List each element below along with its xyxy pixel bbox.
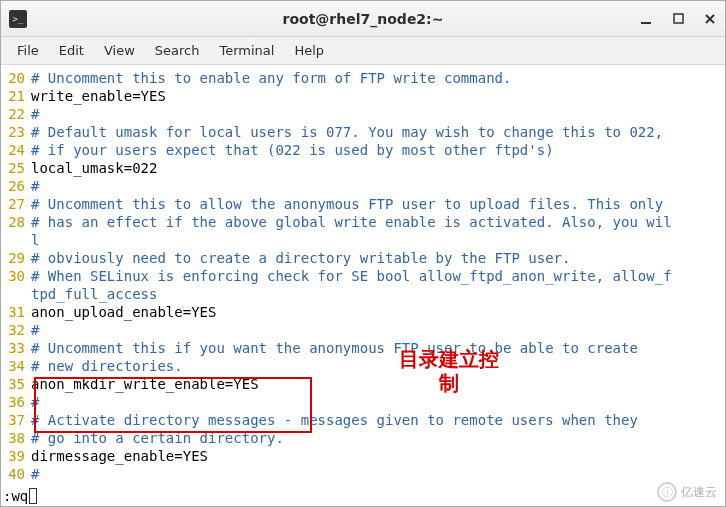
menu-edit[interactable]: Edit — [49, 39, 94, 62]
code-line: 20# Uncomment this to enable any form of… — [1, 69, 725, 87]
code-text: # Uncomment this to allow the anonymous … — [31, 195, 663, 213]
line-number: 21 — [1, 87, 31, 105]
line-number — [1, 285, 31, 303]
line-number: 40 — [1, 465, 31, 483]
line-number: 35 — [1, 375, 31, 393]
code-line: 23# Default umask for local users is 077… — [1, 123, 725, 141]
maximize-button[interactable] — [671, 12, 685, 26]
terminal-app-icon — [9, 10, 27, 28]
code-line: 33# Uncomment this if you want the anony… — [1, 339, 725, 357]
line-number: 38 — [1, 429, 31, 447]
code-text: write_enable=YES — [31, 87, 166, 105]
minimize-button[interactable] — [639, 12, 653, 26]
code-text: # — [31, 465, 39, 483]
window-title: root@rhel7_node2:~ — [1, 11, 725, 27]
code-text: # — [31, 393, 39, 411]
vim-command-line[interactable]: :wq — [1, 486, 725, 506]
code-line: 31anon_upload_enable=YES — [1, 303, 725, 321]
line-number: 23 — [1, 123, 31, 141]
code-text: # go into a certain directory. — [31, 429, 284, 447]
code-text: # Uncomment this to enable any form of F… — [31, 69, 511, 87]
line-number: 32 — [1, 321, 31, 339]
code-line: 37# Activate directory messages - messag… — [1, 411, 725, 429]
window-controls — [639, 12, 717, 26]
code-text: # has an effect if the above global writ… — [31, 213, 672, 231]
line-number: 22 — [1, 105, 31, 123]
code-line: 22# — [1, 105, 725, 123]
close-button[interactable] — [703, 12, 717, 26]
code-text: anon_mkdir_write_enable=YES — [31, 375, 259, 393]
code-line: 32# — [1, 321, 725, 339]
code-text: # new directories. — [31, 357, 183, 375]
code-line: 28# has an effect if the above global wr… — [1, 213, 725, 231]
code-line: 39dirmessage_enable=YES — [1, 447, 725, 465]
code-line: 27# Uncomment this to allow the anonymou… — [1, 195, 725, 213]
line-number: 20 — [1, 69, 31, 87]
code-line: 38# go into a certain directory. — [1, 429, 725, 447]
menu-search[interactable]: Search — [145, 39, 210, 62]
menu-help[interactable]: Help — [284, 39, 334, 62]
code-line: 36# — [1, 393, 725, 411]
code-text: l — [31, 231, 39, 249]
code-text: # — [31, 105, 39, 123]
code-line: 40# — [1, 465, 725, 483]
code-text: # obviously need to create a directory w… — [31, 249, 570, 267]
line-number: 37 — [1, 411, 31, 429]
code-line: 35anon_mkdir_write_enable=YES — [1, 375, 725, 393]
menu-file[interactable]: File — [7, 39, 49, 62]
code-text: # if your users expect that (022 is used… — [31, 141, 554, 159]
menubar: File Edit View Search Terminal Help — [1, 37, 725, 65]
code-text: # — [31, 177, 39, 195]
code-text: anon_upload_enable=YES — [31, 303, 216, 321]
line-number: 24 — [1, 141, 31, 159]
line-number: 30 — [1, 267, 31, 285]
line-number: 28 — [1, 213, 31, 231]
line-number: 31 — [1, 303, 31, 321]
line-number: 25 — [1, 159, 31, 177]
line-number: 26 — [1, 177, 31, 195]
code-text: # When SELinux is enforcing check for SE… — [31, 267, 672, 285]
code-line: 21write_enable=YES — [1, 87, 725, 105]
line-number: 29 — [1, 249, 31, 267]
code-line: tpd_full_access — [1, 285, 725, 303]
code-line: 24# if your users expect that (022 is us… — [1, 141, 725, 159]
line-number: 36 — [1, 393, 31, 411]
code-text: # Uncomment this if you want the anonymo… — [31, 339, 638, 357]
code-line: 30# When SELinux is enforcing check for … — [1, 267, 725, 285]
code-text: dirmessage_enable=YES — [31, 447, 208, 465]
line-number: 33 — [1, 339, 31, 357]
code-text: local_umask=022 — [31, 159, 157, 177]
code-line: 25local_umask=022 — [1, 159, 725, 177]
code-text: # Default umask for local users is 077. … — [31, 123, 663, 141]
line-number: 39 — [1, 447, 31, 465]
window-titlebar: root@rhel7_node2:~ — [1, 1, 725, 37]
code-text: # Activate directory messages - messages… — [31, 411, 638, 429]
line-number — [1, 231, 31, 249]
menu-view[interactable]: View — [94, 39, 145, 62]
line-number: 27 — [1, 195, 31, 213]
code-line: 29# obviously need to create a directory… — [1, 249, 725, 267]
code-text: tpd_full_access — [31, 285, 157, 303]
code-line: l — [1, 231, 725, 249]
line-number: 34 — [1, 357, 31, 375]
cursor-icon — [29, 488, 37, 504]
code-text: # — [31, 321, 39, 339]
editor-area[interactable]: 20# Uncomment this to enable any form of… — [1, 65, 725, 486]
menu-terminal[interactable]: Terminal — [209, 39, 284, 62]
svg-rect-1 — [674, 14, 683, 23]
code-line: 34# new directories. — [1, 357, 725, 375]
vim-command-text: :wq — [3, 488, 28, 504]
code-line: 26# — [1, 177, 725, 195]
